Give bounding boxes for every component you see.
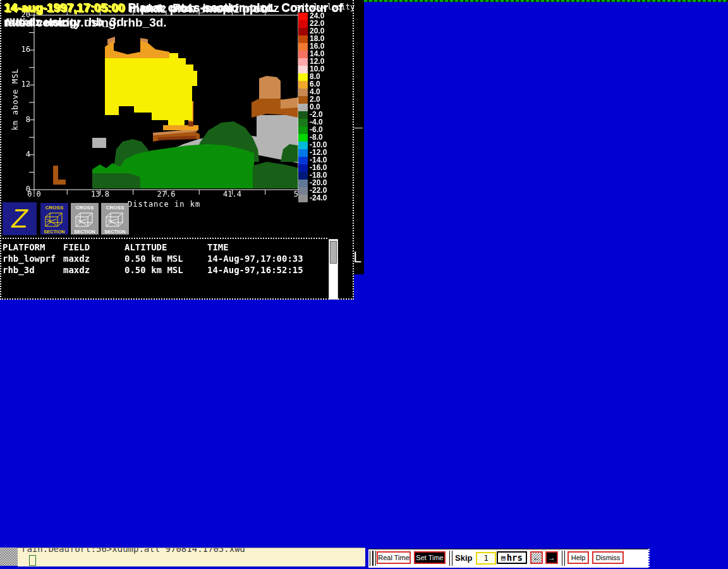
- br-x-axis-label: Distance in km: [128, 200, 200, 209]
- colorbar-segment: [298, 104, 308, 111]
- skip-value-input[interactable]: [476, 552, 496, 565]
- colorbar-segment: [298, 73, 308, 81]
- colorbar-segment: [298, 119, 308, 126]
- left-arrow-icon: ←: [533, 553, 540, 562]
- svg-text:CROSS: CROSS: [106, 205, 124, 211]
- y-tick-label: 4: [11, 150, 30, 159]
- colorbar-segment: [298, 149, 308, 157]
- platform-status-table: PLATFORMFIELDALTITUDETIMErhb_lowprfmaxdz…: [3, 238, 327, 276]
- br-colorbar: [298, 13, 308, 202]
- colorbar-segment: [298, 43, 308, 51]
- step-forward-button[interactable]: →: [545, 551, 558, 564]
- window-grip[interactable]: [373, 551, 376, 566]
- x-tick-label: 41.4: [223, 190, 241, 199]
- colorbar-segment: [298, 164, 308, 172]
- colorbar-segment: [298, 51, 308, 58]
- colorbar-tick: -24.0: [310, 194, 327, 202]
- right-arrow-icon: →: [548, 553, 555, 562]
- terminal-command: rain.beaufort:56>xdump.all 970814.1705.x…: [21, 548, 245, 554]
- zebra-display: 14-aug-1997,17:05:00 ir plot. Rhb_lowprf…: [0, 0, 728, 569]
- colorbar-segment: [298, 126, 308, 134]
- colorbar-segment: [298, 111, 308, 119]
- colorbar-segment: [298, 142, 308, 149]
- table-row: rhb_3dmaxdz0.50 km MSL14-Aug-97,16:52:15: [3, 264, 327, 276]
- svg-text:SECTION: SECTION: [44, 229, 64, 235]
- units-button[interactable]: ▤hrs: [497, 551, 527, 564]
- table-scrollbar[interactable]: [329, 239, 338, 300]
- radialvelocity-cross-section-plot[interactable]: [27, 9, 306, 197]
- colorbar-segment: [298, 66, 308, 73]
- radialvelocity-cross-section-window: 14-aug-1997,17:05:00 Planar cross-sectio…: [0, 0, 354, 300]
- terminal-cursor: [29, 555, 36, 566]
- colorbar-segment: [298, 81, 308, 89]
- page-icon: ▤: [501, 554, 506, 562]
- radialvelocity-contour-fills: [53, 37, 298, 188]
- colorbar-segment: [298, 96, 308, 104]
- real-time-button[interactable]: Real Time: [377, 551, 411, 564]
- svg-text:CROSS: CROSS: [76, 205, 94, 211]
- colorbar-segment: [298, 172, 308, 180]
- time-control-bar: Real Time Set Time Skip ▤hrs ← → Help Di…: [368, 549, 648, 568]
- colorbar-segment: [298, 195, 308, 202]
- scrollbar-thumb[interactable]: [330, 241, 337, 264]
- colorbar-segment: [298, 157, 308, 164]
- group-divider: [562, 551, 565, 566]
- group-divider: [449, 551, 452, 566]
- desktop-gap: [648, 549, 718, 567]
- resize-grip-area: [0, 548, 18, 566]
- zebra-logo-button[interactable]: Z: [3, 202, 37, 235]
- set-time-button[interactable]: Set Time: [414, 551, 446, 564]
- svg-text:SECTION: SECTION: [104, 229, 125, 235]
- colorbar-segment: [298, 28, 308, 35]
- cross-section-button-2[interactable]: CROSSSECTION: [71, 203, 99, 235]
- svg-text:CROSS: CROSS: [46, 205, 64, 211]
- y-tick-label: 16: [11, 45, 30, 54]
- cross-section-button-1[interactable]: CROSSSECTION: [40, 203, 68, 235]
- br-title: 14-aug-1997,17:05:00 Planar cross-sectio…: [4, 1, 343, 15]
- colorbar-segment: [298, 180, 308, 187]
- colorbar-segment: [298, 89, 308, 96]
- step-back-button[interactable]: ←: [530, 551, 543, 564]
- br-y-axis-label: km above MSL: [11, 68, 20, 131]
- skip-label: Skip: [455, 553, 472, 563]
- colorbar-segment: [298, 187, 308, 195]
- x-tick-label: 13.8: [91, 190, 109, 199]
- x-tick-label: 0.0: [27, 190, 41, 199]
- terminal-window[interactable]: rain.beaufort:56>xdump.all 970814.1705.x…: [18, 548, 365, 566]
- cross-section-button-3[interactable]: CROSSSECTION: [101, 203, 129, 235]
- help-button[interactable]: Help: [567, 551, 589, 564]
- colorbar-segment: [298, 58, 308, 66]
- br-title-line2: radialvelocity using: rhb_3d.: [4, 16, 167, 30]
- colorbar-segment: [298, 134, 308, 142]
- dismiss-button[interactable]: Dismiss: [592, 551, 624, 564]
- svg-text:Z: Z: [11, 204, 28, 233]
- x-tick-label: 27.6: [157, 190, 176, 199]
- table-header: PLATFORMFIELDALTITUDETIME: [3, 242, 327, 253]
- colorbar-segment: [298, 35, 308, 43]
- svg-text:SECTION: SECTION: [74, 229, 95, 235]
- table-row: rhb_lowprfmaxdz0.50 km MSL14-Aug-97,17:0…: [3, 253, 327, 264]
- colorbar-segment: [298, 20, 308, 28]
